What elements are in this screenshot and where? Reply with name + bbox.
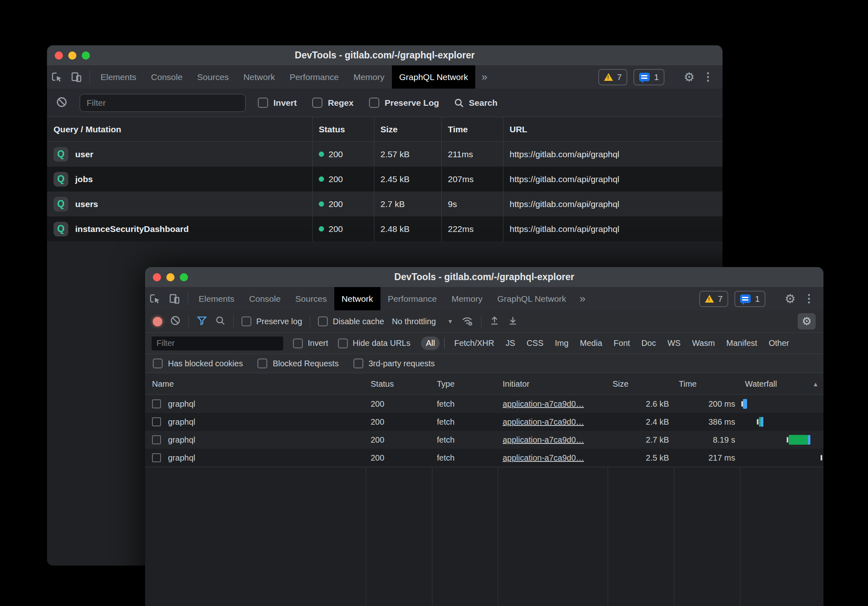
search-icon[interactable] bbox=[215, 315, 226, 328]
close-window-button[interactable] bbox=[153, 273, 161, 281]
kebab-menu-icon[interactable]: ⋮ bbox=[701, 71, 715, 82]
inspect-element-icon[interactable] bbox=[145, 287, 165, 310]
clear-icon[interactable] bbox=[56, 96, 67, 109]
device-toolbar-icon[interactable] bbox=[165, 287, 184, 310]
waterfall-cell[interactable] bbox=[740, 431, 823, 449]
back-titlebar[interactable]: DevTools - gitlab.com/-/graphql-explorer bbox=[47, 45, 723, 65]
front-titlebar[interactable]: DevTools - gitlab.com/-/graphql-explorer bbox=[145, 267, 823, 287]
initiator-link[interactable]: application-a7ca9d0… bbox=[503, 417, 584, 427]
tab-console[interactable]: Console bbox=[242, 287, 288, 310]
settings-gear-icon[interactable]: ⚙ bbox=[684, 71, 695, 83]
network-filter-input[interactable] bbox=[152, 336, 283, 350]
filter-chip-other[interactable]: Other bbox=[764, 336, 794, 350]
column-header-type[interactable]: Type bbox=[432, 373, 498, 394]
record-network-log-button[interactable] bbox=[153, 317, 162, 326]
checkbox-invert[interactable]: Invert bbox=[258, 98, 297, 108]
initiator-link[interactable]: application-a7ca9d0… bbox=[503, 435, 584, 445]
issues-badge[interactable]: 1 bbox=[734, 291, 765, 307]
tab-elements[interactable]: Elements bbox=[191, 287, 242, 310]
request-row-3[interactable]: graphql200fetchapplication-a7ca9d0…2.7 k… bbox=[145, 431, 823, 449]
tab-console[interactable]: Console bbox=[144, 65, 190, 89]
close-window-button[interactable] bbox=[55, 51, 63, 60]
row-checkbox[interactable] bbox=[152, 453, 161, 462]
zoom-window-button[interactable] bbox=[82, 51, 90, 60]
more-tabs-icon[interactable]: » bbox=[573, 287, 591, 310]
minimize-window-button[interactable] bbox=[166, 273, 174, 281]
tab-performance[interactable]: Performance bbox=[282, 65, 346, 89]
checkbox-3rd-party-requests[interactable]: 3rd-party requests bbox=[353, 359, 435, 368]
filter-chip-ws[interactable]: WS bbox=[662, 336, 685, 350]
waterfall-cell[interactable] bbox=[740, 395, 823, 413]
tab-elements[interactable]: Elements bbox=[93, 65, 144, 89]
export-har-icon[interactable] bbox=[508, 315, 518, 328]
filter-chip-js[interactable]: JS bbox=[501, 336, 520, 350]
tab-graphql-network[interactable]: GraphQL Network bbox=[392, 65, 475, 89]
waterfall-cell[interactable] bbox=[740, 413, 823, 431]
clear-network-log-icon[interactable] bbox=[170, 315, 181, 328]
preserve-log-checkbox[interactable]: Preserve log bbox=[242, 316, 302, 326]
graphql-filter-input[interactable] bbox=[80, 94, 246, 112]
invert-checkbox[interactable]: Invert bbox=[293, 339, 328, 348]
column-header-waterfall[interactable]: Waterfall▲ bbox=[740, 373, 823, 394]
device-toolbar-icon[interactable] bbox=[67, 65, 86, 89]
column-header-name[interactable]: Name bbox=[145, 373, 366, 394]
zoom-window-button[interactable] bbox=[180, 273, 188, 281]
checkbox-box[interactable] bbox=[369, 98, 379, 108]
filter-chip-doc[interactable]: Doc bbox=[637, 336, 661, 350]
initiator-link[interactable]: application-a7ca9d0… bbox=[503, 399, 584, 409]
filter-chip-img[interactable]: Img bbox=[550, 336, 573, 350]
filter-chip-font[interactable]: Font bbox=[609, 336, 635, 350]
throttling-dropdown[interactable]: No throttling ▼ bbox=[392, 317, 453, 326]
checkbox-box[interactable] bbox=[258, 98, 268, 108]
tab-network[interactable]: Network bbox=[236, 65, 282, 89]
row-checkbox[interactable] bbox=[152, 417, 161, 426]
issues-badge[interactable]: 1 bbox=[633, 69, 664, 85]
filter-funnel-icon[interactable] bbox=[197, 315, 207, 328]
warnings-badge[interactable]: 7 bbox=[598, 69, 628, 85]
tab-memory[interactable]: Memory bbox=[444, 287, 490, 310]
column-header-query-mutation[interactable]: Query / Mutation bbox=[47, 117, 312, 141]
minimize-window-button[interactable] bbox=[68, 51, 76, 60]
filter-chip-wasm[interactable]: Wasm bbox=[687, 336, 720, 350]
graphql-row-jobs[interactable]: Qjobs2002.45 kB207mshttps://gitlab.com/a… bbox=[47, 167, 723, 192]
column-header-size[interactable]: Size bbox=[608, 373, 674, 394]
settings-gear-icon[interactable]: ⚙ bbox=[785, 293, 796, 305]
checkbox-regex[interactable]: Regex bbox=[312, 98, 353, 108]
graphql-row-instancesecuritydashboard[interactable]: QinstanceSecurityDashboard2002.48 kB222m… bbox=[47, 216, 723, 241]
graphql-search[interactable]: Search bbox=[454, 98, 497, 108]
tab-performance[interactable]: Performance bbox=[380, 287, 444, 310]
request-row-1[interactable]: graphql200fetchapplication-a7ca9d0…2.6 k… bbox=[145, 395, 823, 413]
column-header-size[interactable]: Size bbox=[374, 117, 441, 141]
filter-chip-css[interactable]: CSS bbox=[522, 336, 548, 350]
warnings-badge[interactable]: 7 bbox=[699, 291, 729, 307]
column-header-initiator[interactable]: Initiator bbox=[498, 373, 608, 394]
filter-chip-all[interactable]: All bbox=[421, 336, 440, 350]
disable-cache-checkbox[interactable]: Disable cache bbox=[318, 316, 384, 326]
kebab-menu-icon[interactable]: ⋮ bbox=[802, 293, 816, 304]
checkbox-box[interactable] bbox=[318, 316, 328, 326]
graphql-row-users[interactable]: Qusers2002.7 kB9shttps://gitlab.com/api/… bbox=[47, 192, 723, 216]
tab-sources[interactable]: Sources bbox=[190, 65, 236, 89]
checkbox-box[interactable] bbox=[257, 359, 267, 368]
column-header-status[interactable]: Status bbox=[366, 373, 432, 394]
filter-chip-media[interactable]: Media bbox=[575, 336, 607, 350]
checkbox-box[interactable] bbox=[293, 339, 303, 348]
initiator-link[interactable]: application-a7ca9d0… bbox=[503, 453, 584, 463]
hide-data-urls-checkbox[interactable]: Hide data URLs bbox=[338, 339, 410, 348]
checkbox-box[interactable] bbox=[353, 359, 363, 368]
request-row-4[interactable]: graphql200fetchapplication-a7ca9d0…2.5 k… bbox=[145, 449, 823, 467]
waterfall-cell[interactable] bbox=[740, 449, 823, 467]
column-header-url[interactable]: URL bbox=[503, 117, 723, 141]
checkbox-blocked-requests[interactable]: Blocked Requests bbox=[257, 359, 338, 368]
inspect-element-icon[interactable] bbox=[47, 65, 67, 89]
network-settings-button[interactable]: ⚙ bbox=[798, 313, 816, 330]
tab-memory[interactable]: Memory bbox=[346, 65, 392, 89]
row-checkbox[interactable] bbox=[152, 399, 161, 408]
checkbox-box[interactable] bbox=[312, 98, 322, 108]
checkbox-has-blocked-cookies[interactable]: Has blocked cookies bbox=[153, 359, 243, 368]
import-har-icon[interactable] bbox=[489, 315, 500, 328]
checkbox-preserve-log[interactable]: Preserve Log bbox=[369, 98, 439, 108]
network-conditions-icon[interactable] bbox=[461, 315, 473, 328]
column-header-time[interactable]: Time bbox=[441, 117, 503, 141]
request-row-2[interactable]: graphql200fetchapplication-a7ca9d0…2.4 k… bbox=[145, 413, 823, 431]
